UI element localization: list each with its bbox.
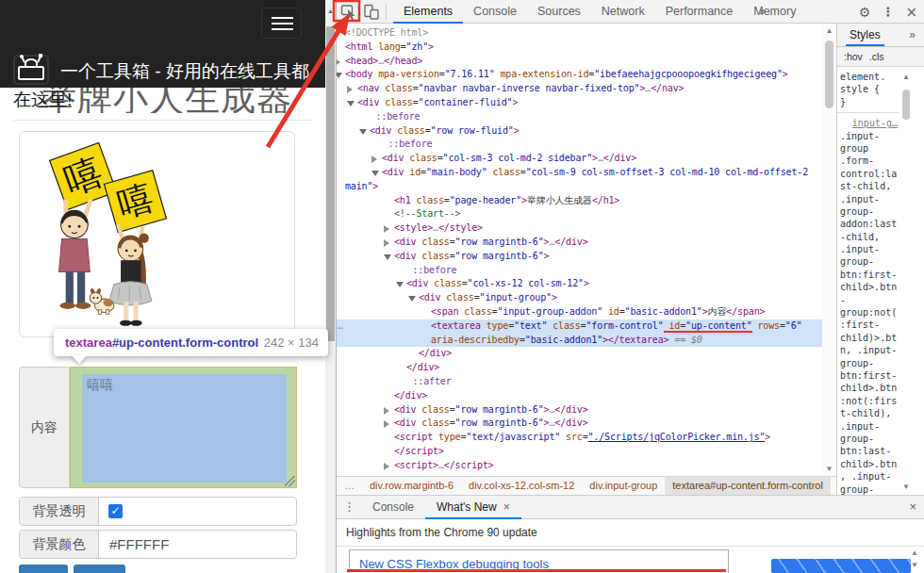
expand-arrow-icon[interactable]: [371, 156, 377, 163]
element-style-line[interactable]: }: [840, 96, 899, 108]
rule-selector-line[interactable]: btn:last-: [840, 445, 899, 457]
bg-transparent-checkbox[interactable]: ✓: [108, 504, 123, 518]
dom-tree-line[interactable]: <div id="main-body" class="col-sm-9 col-…: [337, 166, 822, 180]
rule-selector-line[interactable]: -: [840, 294, 899, 306]
settings-gear-icon[interactable]: ⚙: [859, 5, 871, 20]
rule-selector-line[interactable]: .input-: [840, 243, 899, 255]
rule-selector-line[interactable]: group-: [840, 205, 899, 218]
styles-filter-cls[interactable]: .cls: [869, 51, 884, 62]
collapse-arrow-icon[interactable]: [408, 296, 416, 302]
element-style-line[interactable]: style {: [840, 83, 899, 95]
breadcrumb-overflow[interactable]: …: [337, 477, 362, 495]
rule-selector-line[interactable]: child>.btn: [840, 458, 899, 470]
rule-selector-line[interactable]: group-: [840, 433, 899, 445]
scroll-up-icon[interactable]: ▲: [899, 73, 913, 81]
tab-close-icon[interactable]: ×: [503, 496, 510, 519]
rule-selector-line[interactable]: , .input-: [840, 470, 899, 483]
expand-arrow-icon[interactable]: [384, 239, 389, 247]
collapse-arrow-icon[interactable]: [359, 129, 367, 135]
scroll-up-icon[interactable]: ▲: [908, 548, 921, 557]
scroll-down-icon[interactable]: ▼: [822, 465, 836, 473]
styles-scrollbar[interactable]: ▲ ▼: [899, 67, 913, 495]
generate-button[interactable]: [19, 565, 68, 573]
rule-selector-line[interactable]: .input-: [840, 130, 899, 142]
tab-elements[interactable]: Elements: [393, 0, 463, 24]
rule-selector-line[interactable]: child)>.bt: [840, 332, 899, 344]
drawer-menu-icon[interactable]: ⋮: [343, 499, 355, 514]
rule-selector-line[interactable]: .input-: [840, 193, 899, 205]
rule-selector-line[interactable]: child>.btn: [840, 382, 899, 394]
dom-tree-line[interactable]: <span class="input-group-addon" id="basi…: [337, 305, 822, 319]
drawer-close-icon[interactable]: ×: [909, 499, 916, 514]
dom-tree-line[interactable]: ::before: [337, 110, 822, 124]
dom-tree-line[interactable]: <div class="col-sm-3 col-md-2 sidebar">……: [337, 152, 822, 166]
rule-selector-line[interactable]: btn:first-: [840, 369, 899, 382]
dom-tree-line[interactable]: <head>…</head>: [337, 55, 822, 69]
scroll-up-icon[interactable]: ▲: [822, 26, 836, 35]
elements-scrollbar-thumb[interactable]: [825, 41, 833, 108]
element-style-line[interactable]: element.: [840, 71, 899, 83]
tab-console[interactable]: Console: [463, 0, 527, 24]
tab-sources[interactable]: Sources: [527, 0, 591, 24]
rule-selector-line[interactable]: t-child),: [840, 407, 899, 419]
rule-selector-line[interactable]: n, .input-: [840, 344, 899, 356]
dom-tree-line[interactable]: <div class="col-xs-12 col-sm-12">: [337, 277, 822, 291]
rule-selector-line[interactable]: st-child,: [840, 180, 899, 192]
menu-toggle-button[interactable]: [261, 8, 302, 39]
expand-arrow-icon[interactable]: [384, 420, 389, 428]
rule-selector-line[interactable]: addon:last: [840, 218, 899, 230]
tab-network[interactable]: Network: [591, 0, 655, 24]
dom-tree-line[interactable]: <div class="row margintb-6">: [337, 250, 822, 264]
expand-arrow-icon[interactable]: [384, 463, 389, 470]
styles-more-tabs-icon[interactable]: »: [909, 24, 916, 46]
expand-arrow-icon[interactable]: [384, 225, 389, 233]
rule-selector-line[interactable]: group:not(: [840, 306, 899, 319]
scroll-down-icon[interactable]: ▼: [899, 483, 913, 491]
dom-tree-line[interactable]: <div class="row margintb-6">…</div>: [337, 236, 822, 250]
content-textarea[interactable]: 嘻嘻: [82, 374, 287, 483]
devtools-menu-icon[interactable]: ⋮: [882, 5, 894, 19]
inspect-element-icon[interactable]: [340, 4, 357, 20]
page-scrollbar[interactable]: ▲: [325, 0, 336, 573]
dom-tree-line[interactable]: </script>: [337, 445, 822, 459]
scroll-up-icon[interactable]: ▲: [325, 8, 336, 14]
dom-tree-line[interactable]: main">: [337, 180, 822, 194]
dom-tree-line[interactable]: <div class="container-fluid">: [337, 96, 822, 110]
scroll-down-icon[interactable]: ▼: [908, 561, 921, 569]
tab-memory[interactable]: Memory: [743, 0, 806, 24]
breadcrumb-item[interactable]: textarea#up-content.form-control: [665, 477, 831, 495]
rule-selector-line[interactable]: :not(:firs: [840, 395, 899, 407]
dom-tree-line[interactable]: …<textarea type="text" class="form-contr…: [337, 319, 822, 334]
devtools-close-icon[interactable]: ×: [905, 4, 917, 21]
dom-tree-line[interactable]: <script>…</script>: [337, 459, 822, 473]
rule-selector-line[interactable]: group-: [840, 483, 899, 496]
dom-tree-line[interactable]: aria-describedby="basic-addon1"></textar…: [337, 334, 822, 348]
dom-tree-line[interactable]: ::before: [337, 264, 822, 278]
dom-tree-line[interactable]: ::after: [337, 375, 822, 389]
rule-selector-line[interactable]: .form-: [840, 155, 899, 167]
rule-selector-line[interactable]: control:la: [840, 168, 899, 180]
rule-selector-line[interactable]: group-: [840, 357, 899, 369]
elements-scrollbar[interactable]: ▲ ▼: [822, 24, 836, 476]
expand-arrow-icon[interactable]: [337, 58, 340, 66]
page-scrollbar-thumb[interactable]: [326, 26, 335, 341]
dom-tree-line[interactable]: <h1 class="page-header">举牌小人生成器</h1>: [337, 194, 822, 208]
styles-filter-hov[interactable]: :hov: [844, 51, 863, 62]
resize-handle-icon[interactable]: [285, 476, 295, 486]
drawer-tab-console[interactable]: Console: [361, 496, 425, 519]
site-brand[interactable]: 一个工具箱 - 好用的在线工具都: [60, 59, 309, 84]
breadcrumb-item[interactable]: div.row.margintb-6: [362, 477, 461, 495]
dom-tree-line[interactable]: <!DOCTYPE html>: [337, 26, 822, 41]
dom-tree-line[interactable]: <nav class="navbar navbar-inverse navbar…: [337, 82, 822, 96]
tab-performance[interactable]: Performance: [655, 0, 744, 24]
rule-selector-line[interactable]: :first-: [840, 319, 899, 331]
dom-tree-line[interactable]: ::before: [337, 138, 822, 152]
rule-selector-line[interactable]: child>.btn: [840, 281, 899, 293]
collapse-arrow-icon[interactable]: [347, 101, 355, 106]
dom-tree-line[interactable]: <style>…</style>: [337, 221, 822, 236]
dom-tree-line[interactable]: <script type="text/javascript" src="./Sc…: [337, 431, 822, 445]
dom-tree-line[interactable]: <html lang="zh">: [337, 41, 822, 55]
dom-tree-line[interactable]: </div>: [337, 389, 822, 403]
rule-selector-line[interactable]: group-: [840, 255, 899, 268]
more-tabs-button[interactable]: »: [759, 0, 766, 23]
